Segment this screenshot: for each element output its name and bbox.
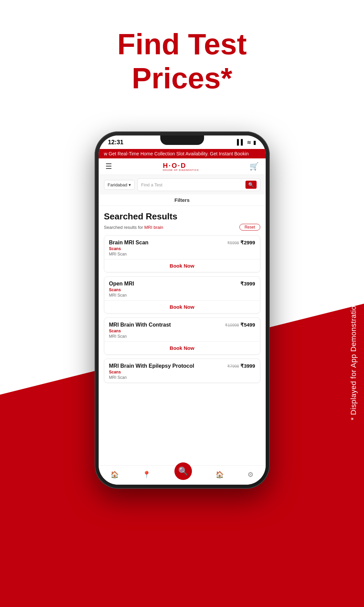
hamburger-icon[interactable]: ☰ (105, 162, 112, 171)
settings-icon: ⚙ (247, 471, 254, 479)
test-prices-1: ₹3999 (240, 281, 255, 287)
location-text: Faridabad (108, 182, 128, 187)
book-now-button-0[interactable]: Book Now (104, 259, 260, 272)
test-category-3: Scans (109, 370, 255, 374)
status-icons: ▌▌ ≋ ▮ (237, 139, 256, 146)
test-card-row-0: Brain MRI Scan ₹5998 ₹2999 (109, 240, 255, 246)
test-name-3: MRI Brain With Epilepsy Protocol (109, 363, 227, 369)
search-query-text: MRI brain (144, 225, 163, 230)
phone-outer-frame: 12:31 ▌▌ ≋ ▮ w Get Real-Time Home Collec… (95, 131, 270, 489)
search-submit-icon: 🔍 (248, 182, 254, 187)
test-category-2: Scans (109, 329, 255, 333)
reset-button[interactable]: Reset (239, 224, 260, 231)
test-prices-2: ₹10998 ₹5499 (225, 322, 255, 328)
logo: H·O·D (163, 162, 199, 170)
nav-home[interactable]: 🏠 (110, 471, 119, 479)
test-card-0: Brain MRI Scan ₹5998 ₹2999 Scans MRI Sca… (104, 235, 260, 272)
test-card-details-2: MRI Brain With Contrast ₹10998 ₹5499 Sca… (104, 318, 260, 341)
search-bubble[interactable]: 🔍 (174, 462, 192, 480)
search-placeholder: Find a Test (141, 182, 162, 187)
book-now-button-2[interactable]: Book Now (104, 341, 260, 354)
test-category-0: Scans (109, 246, 255, 251)
logo-container: H·O·D HOUSE OF DIAGNOSTICS (163, 162, 199, 171)
nav-settings[interactable]: ⚙ (247, 471, 254, 479)
status-time: 12:31 (108, 139, 124, 146)
results-title: Searched Results (104, 211, 260, 222)
phone-screen: 12:31 ▌▌ ≋ ▮ w Get Real-Time Home Collec… (99, 135, 266, 485)
bottom-nav: 🏠 📍 🔍 🏠 ⚙ (99, 465, 266, 485)
test-card-3: MRI Brain With Epilepsy Protocol ₹7998 ₹… (104, 359, 260, 383)
discounted-price-0: ₹2999 (240, 240, 255, 245)
original-price-2: ₹10998 (225, 323, 239, 328)
results-subtitle: Searched results for MRI brain Reset (104, 224, 260, 231)
test-name-2: MRI Brain With Contrast (109, 322, 225, 328)
test-type-2: MRI Scan (109, 334, 255, 339)
side-disclaimer: * Displayed for App Demonstration. Actua… (349, 219, 358, 420)
original-price-3: ₹7998 (227, 364, 239, 369)
headline-section: Find Test Prices* (0, 27, 364, 95)
app-header: ☰ H·O·D HOUSE OF DIAGNOSTICS 🛒 (99, 158, 266, 175)
location-pin-icon: 📍 (142, 471, 151, 479)
discounted-price-3: ₹3999 (240, 363, 255, 369)
battery-icon: ▮ (253, 139, 256, 146)
home-icon: 🏠 (110, 471, 119, 479)
test-card-row-1: Open MRI ₹3999 (109, 281, 255, 287)
phone-notch (160, 135, 204, 145)
test-card-1: Open MRI ₹3999 Scans MRI Scan Book Now (104, 276, 260, 313)
headline-line2: Prices* (0, 61, 364, 95)
search-submit-button[interactable]: 🔍 (245, 181, 257, 189)
headline-line1: Find Test (0, 27, 364, 61)
nav-bookings[interactable]: 🏠 (216, 471, 224, 479)
book-now-button-1[interactable]: Book Now (104, 300, 260, 313)
phone-mockup: 12:31 ▌▌ ≋ ▮ w Get Real-Time Home Collec… (95, 131, 270, 489)
test-card-details-0: Brain MRI Scan ₹5998 ₹2999 Scans MRI Sca… (104, 236, 260, 259)
test-prices-0: ₹5998 ₹2999 (227, 240, 255, 246)
filters-bar[interactable]: Filters (99, 194, 266, 206)
test-type-1: MRI Scan (109, 293, 255, 298)
discounted-price-2: ₹5499 (240, 322, 255, 328)
search-bar: Faridabad ▾ Find a Test 🔍 (99, 175, 266, 194)
test-card-details-1: Open MRI ₹3999 Scans MRI Scan (104, 277, 260, 300)
discounted-price-1: ₹3999 (240, 281, 255, 286)
test-card-row-3: MRI Brain With Epilepsy Protocol ₹7998 ₹… (109, 363, 255, 369)
search-input-wrapper[interactable]: Find a Test 🔍 (137, 178, 260, 191)
nav-search-icon: 🔍 (178, 466, 188, 476)
test-category-1: Scans (109, 287, 255, 292)
wifi-icon: ≋ (247, 139, 251, 146)
chevron-down-icon: ▾ (129, 182, 131, 187)
results-subtitle-text: Searched results for MRI brain (104, 225, 163, 230)
signal-icon: ▌▌ (237, 139, 245, 145)
test-name-1: Open MRI (109, 281, 241, 287)
test-prices-3: ₹7998 ₹3999 (227, 363, 255, 369)
results-area: Searched Results Searched results for MR… (99, 206, 266, 406)
bookings-icon: 🏠 (216, 471, 224, 479)
test-type-0: MRI Scan (109, 252, 255, 256)
logo-subtitle: HOUSE OF DIAGNOSTICS (163, 169, 199, 171)
test-type-3: MRI Scan (109, 375, 255, 380)
test-card-row-2: MRI Brain With Contrast ₹10998 ₹5499 (109, 322, 255, 328)
nav-location[interactable]: 📍 (142, 471, 151, 479)
cart-icon[interactable]: 🛒 (250, 162, 259, 171)
test-card-2: MRI Brain With Contrast ₹10998 ₹5499 Sca… (104, 317, 260, 355)
ticker-banner: w Get Real-Time Home Collection Slot Ava… (99, 149, 266, 158)
location-select[interactable]: Faridabad ▾ (104, 180, 135, 190)
nav-search[interactable]: 🔍 (174, 469, 192, 480)
test-name-0: Brain MRI Scan (109, 240, 227, 246)
test-card-details-3: MRI Brain With Epilepsy Protocol ₹7998 ₹… (104, 359, 260, 383)
original-price-0: ₹5998 (227, 241, 239, 245)
